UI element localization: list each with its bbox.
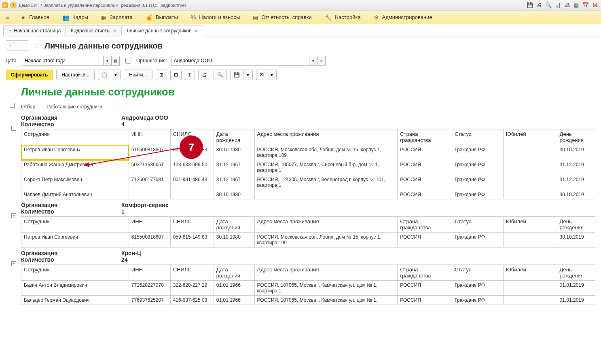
menu-label: Главное — [29, 14, 49, 20]
tab-label: Начальная страница — [14, 28, 61, 34]
menu-admin[interactable]: ⚙Администрирование — [368, 11, 438, 24]
burger-icon[interactable]: ≡ — [4, 14, 13, 21]
menu-main[interactable]: ★Главное — [15, 11, 55, 24]
menu-settings[interactable]: 🔧Настройка — [319, 11, 366, 24]
tab-hr-reports[interactable]: Кадровые отчеты✕ — [66, 25, 122, 36]
tab-label: Кадровые отчеты — [71, 28, 110, 34]
window-title: Демо ЗУП / Зарплата и управление персона… — [19, 3, 186, 8]
menu-payments[interactable]: 💰Выплаты — [140, 11, 184, 24]
home-icon: ⌂ — [8, 28, 11, 34]
link-icon[interactable]: 🖶 — [563, 2, 571, 9]
doc-icon: ▤ — [253, 14, 258, 21]
menu-reports[interactable]: ▤Отчетность, справки — [247, 11, 317, 24]
menu-label: Зарплата — [110, 14, 133, 20]
wrench-icon: 🔧 — [325, 14, 332, 21]
close-icon[interactable]: ✕ — [113, 28, 116, 34]
menu-label: Налоги и взносы — [199, 14, 240, 20]
save-icon[interactable]: 💾 — [526, 2, 533, 9]
gear-icon: ⚙ — [374, 14, 379, 21]
calendar-icon[interactable]: 📅 — [582, 2, 589, 9]
close-icon[interactable]: ✕ — [194, 28, 198, 34]
menu-label: Отчетность, справки — [261, 14, 311, 20]
menu-hr[interactable]: 👥Кадры — [57, 11, 94, 24]
tab-label: Личные данные сотрудников — [127, 28, 192, 34]
m-icon[interactable]: M — [591, 2, 599, 9]
percent-icon: % — [191, 14, 196, 21]
print-icon[interactable]: 🖨 — [535, 2, 543, 9]
menu-taxes[interactable]: %Налоги и взносы — [185, 11, 246, 24]
money-icon: 💰 — [146, 14, 152, 21]
preview-icon[interactable]: 🔍 — [545, 2, 552, 9]
menu-label: Настройка — [335, 14, 361, 20]
tab-personal-data[interactable]: Личные данные сотрудников✕ — [121, 25, 203, 36]
people-icon: 👥 — [62, 14, 69, 21]
menu-label: Кадры — [72, 14, 88, 20]
menubar: ≡ ★Главное 👥Кадры ▦Зарплата 💰Выплаты %На… — [0, 11, 601, 24]
star-icon: ★ — [21, 14, 26, 21]
tabbar: ⌂Начальная страница Кадровые отчеты✕ Лич… — [0, 24, 601, 36]
titlebar: 1c ▾ Демо ЗУП / Зарплата и управление пе… — [0, 0, 601, 11]
tab-home[interactable]: ⌂Начальная страница — [3, 25, 66, 36]
table-icon: ▦ — [101, 14, 106, 21]
dropdown-icon[interactable]: ▾ — [10, 2, 17, 8]
menu-label: Выплаты — [156, 14, 178, 20]
menu-label: Администрирование — [382, 14, 432, 20]
calc-icon[interactable]: 📊 — [554, 2, 561, 9]
app-logo-icon: 1c — [2, 2, 8, 8]
grid-icon[interactable]: ▦ — [573, 2, 580, 9]
menu-salary[interactable]: ▦Зарплата — [95, 11, 138, 24]
